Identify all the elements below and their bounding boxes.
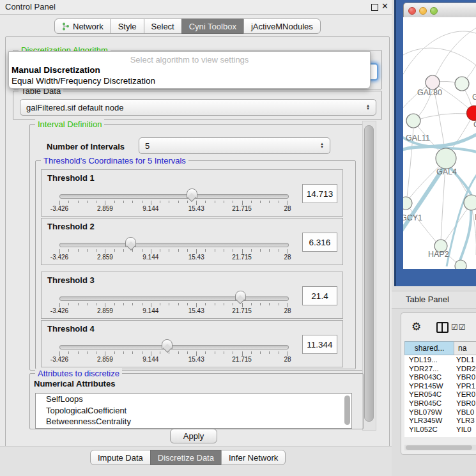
threshold-value-field[interactable]: 14.713 [302,184,337,203]
attributes-list-scrollbar-thumb[interactable] [344,395,350,425]
attribute-list-item[interactable]: SelfLoops [36,394,351,405]
horizontal-scrollbar[interactable] [404,445,476,450]
algorithm-option-equal-width[interactable]: Equal Width/Frequency Discretization [9,75,370,86]
minimize-button[interactable] [419,7,427,15]
table-cell[interactable]: YBL0 [453,408,474,417]
node-table[interactable]: shared...naYDL19...YDL1YDR27...YDR2YBR04… [404,341,476,437]
tick-mark [87,249,88,252]
table-cell[interactable]: YBR043C [404,373,453,382]
table-cell[interactable]: YLR3 [453,417,475,426]
tick-mark [178,249,179,252]
network-edge[interactable] [433,21,476,82]
table-cell[interactable]: YDL19... [404,356,453,365]
tab-jactivemnodules[interactable]: jActiveMNodules [243,19,321,34]
tab-network[interactable]: Network [54,19,111,34]
horizontal-scrollbar-thumb[interactable] [406,445,472,450]
threshold-value-field[interactable]: 21.4 [302,286,337,305]
tick-mark [160,303,160,305]
network-edge[interactable] [406,203,436,242]
tab-select[interactable]: Select [144,19,182,34]
zoom-button[interactable] [430,7,438,15]
network-node[interactable] [426,75,440,89]
threshold-slider-track[interactable] [59,243,289,247]
tick-mark [251,249,252,252]
threshold-slider-thumb[interactable] [187,188,197,199]
table-row[interactable]: YBL079WYBL0 [404,408,476,417]
threshold-slider-track[interactable] [59,296,289,301]
tab-style[interactable]: Style [111,19,144,34]
tick-mark [87,201,88,203]
threshold-slider-track[interactable] [59,194,289,199]
close-button[interactable] [408,7,416,15]
network-edge[interactable] [403,31,476,79]
table-row[interactable]: YDL19...YDL1 [404,356,476,365]
table-cell[interactable]: YLR345W [404,417,453,426]
table-cell[interactable]: YPR145W [404,382,453,391]
network-node[interactable] [403,197,412,210]
table-row[interactable]: YLR345WYLR3 [404,417,476,426]
float-window-icon[interactable] [371,4,378,11]
table-row[interactable]: YBR045CYBR0 [404,399,476,408]
network-node[interactable] [406,114,420,128]
threshold-value-field[interactable]: 6.316 [302,233,337,252]
algorithm-option-manual[interactable]: Manual Discretization [9,65,370,75]
attributes-list[interactable]: SelfLoopsTopologicalCoefficientBetweenne… [35,393,352,429]
table-cell[interactable]: YIL052C [404,426,453,434]
close-icon[interactable]: ✕ [381,1,388,11]
attribute-list-item[interactable]: BetweennessCentrality [36,416,351,427]
table-cell[interactable]: YIL0 [453,426,472,434]
table-row[interactable]: YDR27...YDR2 [404,365,476,374]
table-cell[interactable]: YER0 [453,390,475,399]
network-node[interactable] [455,77,469,91]
select-columns-icons[interactable]: ☑☑ [451,323,466,332]
network-edge[interactable] [462,33,476,84]
table-row[interactable]: YBR043CYBR0 [404,373,476,382]
num-intervals-select[interactable]: 5 ▲▼ [139,137,330,154]
apply-button[interactable]: Apply [170,429,217,443]
threshold-label: Threshold 2 [47,222,95,231]
threshold-value-field[interactable]: 11.344 [302,335,337,354]
table-cell[interactable]: YPR1 [453,382,475,391]
tick-mark [279,201,279,203]
table-header-shared-name[interactable]: shared... [404,341,454,355]
table-cell[interactable]: YDR27... [404,365,453,374]
table-cell[interactable]: YBR0 [453,399,475,408]
bottom-tab-impute-data[interactable]: Impute Data [90,450,151,465]
network-node[interactable] [464,195,476,210]
network-node[interactable] [455,260,466,269]
table-cell[interactable]: YBL079W [404,408,453,417]
threshold-slider-thumb[interactable] [235,291,246,301]
table-row[interactable]: YER054CYER0 [404,390,476,399]
tick-label: 9.144 [142,254,158,261]
table-row[interactable]: YPR145WYPR1 [404,382,476,391]
bottom-tab-infer-network[interactable]: Infer Network [221,450,286,465]
network-window-titlebar[interactable] [403,3,476,19]
tick-mark [269,351,270,354]
table-row[interactable]: YIL052CYIL0 [404,426,476,434]
table-data-select[interactable]: galFiltered.sif default node ▲▼ [20,99,376,116]
network-edge[interactable] [413,113,468,121]
table-cell[interactable]: YBR0 [453,373,475,382]
network-edge[interactable] [403,48,476,73]
tick-mark [233,249,233,252]
gear-icon[interactable]: ⚙ [411,320,421,334]
threshold-slider-thumb[interactable] [162,339,173,349]
table-cell[interactable]: YBR045C [404,399,453,408]
network-graph[interactable]: GAL80GCGAL11GAL4GCY1HHAP2 [403,17,476,269]
table-cell[interactable]: YDR2 [453,365,476,374]
tick-mark [251,351,252,354]
vertical-scrollbar-thumb[interactable] [364,125,374,422]
tick-mark [224,303,224,305]
network-canvas[interactable]: GAL80GCGAL11GAL4GCY1HHAP2 [403,17,476,269]
attribute-list-item[interactable]: TopologicalCoefficient [36,405,351,417]
bottom-tab-discretize-data[interactable]: Discretize Data [150,450,222,465]
threshold-slider-thumb[interactable] [125,237,136,247]
table-header-name[interactable]: na [454,341,476,355]
table-cell[interactable]: YDL1 [453,356,475,365]
table-cell[interactable]: YER054C [404,390,453,399]
split-columns-icon[interactable] [436,322,449,333]
network-node[interactable] [436,148,456,169]
tab-cyni-toolbox[interactable]: Cyni Toolbox [181,19,244,34]
threshold-slider-track[interactable] [59,345,289,349]
apply-button-label: Apply [183,431,204,441]
